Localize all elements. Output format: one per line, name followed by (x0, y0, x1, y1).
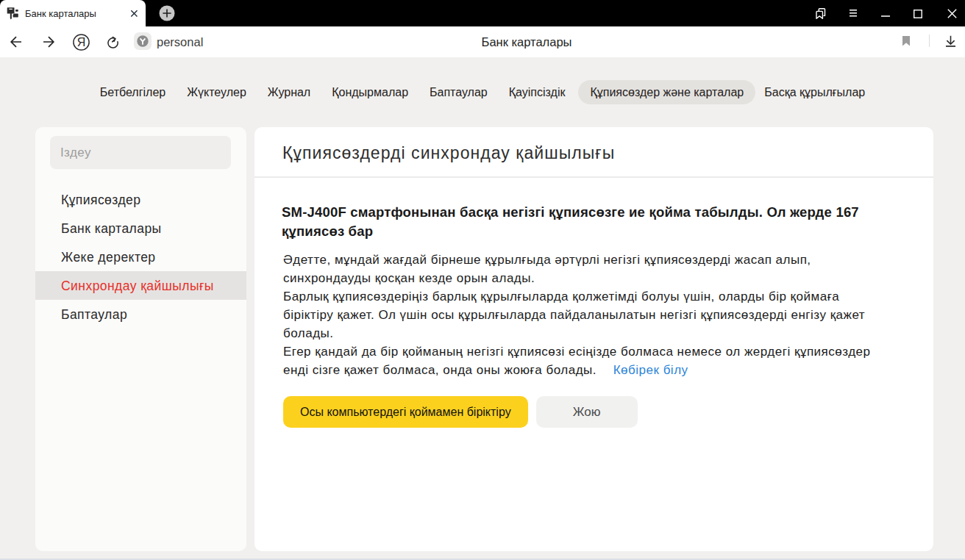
svg-text:Я: Я (77, 36, 86, 49)
